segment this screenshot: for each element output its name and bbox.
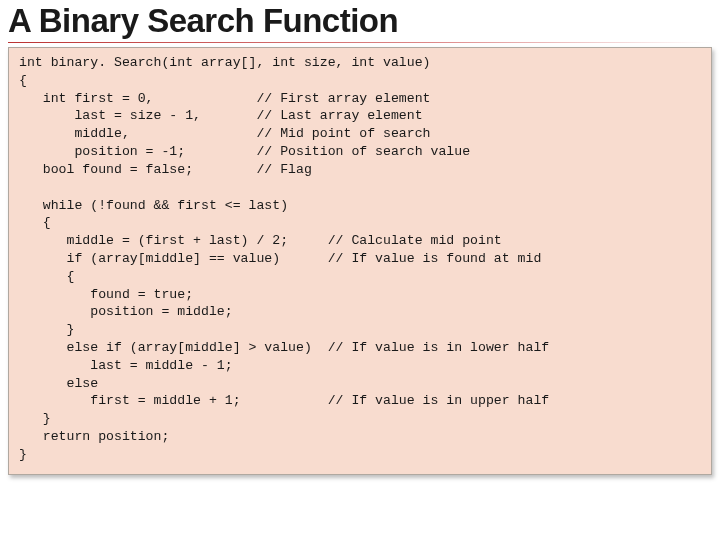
code-block: int binary. Search(int array[], int size… [8,47,712,475]
slide-title: A Binary Search Function [8,0,712,40]
slide: A Binary Search Function int binary. Sea… [0,0,720,540]
title-underline [8,42,712,43]
